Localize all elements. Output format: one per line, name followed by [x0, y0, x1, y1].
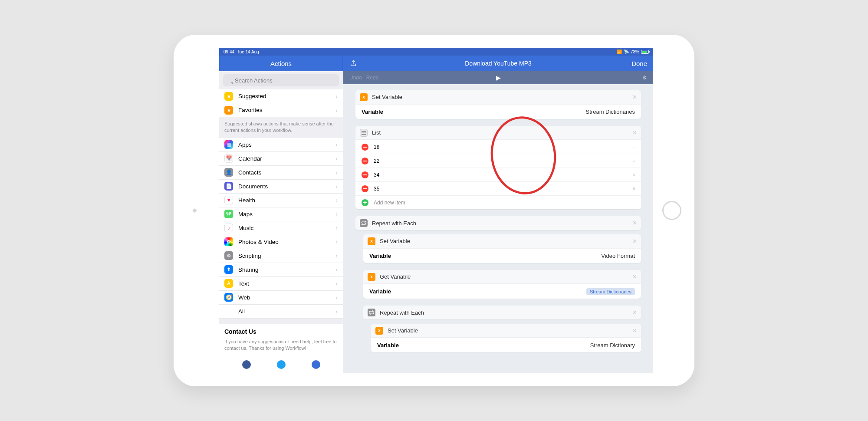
action-set-variable[interactable]: x Set Variable × Variable Stream Diction… — [371, 324, 641, 352]
chevron-right-icon: › — [335, 210, 338, 217]
list-item[interactable]: 34≡ — [355, 168, 641, 181]
close-icon[interactable]: × — [633, 129, 637, 137]
search-input[interactable] — [223, 74, 339, 86]
list-item[interactable]: 18≡ — [355, 140, 641, 154]
sidebar-item[interactable]: 🧭Web› — [219, 291, 343, 305]
sidebar-item[interactable]: 📄Documents› — [219, 180, 343, 194]
category-icon: ⬆ — [224, 265, 233, 274]
sidebar-item[interactable]: ✿Photos & Video› — [219, 235, 343, 249]
workflow-canvas[interactable]: x Set Variable × Variable Stream Diction… — [343, 84, 653, 373]
status-bar: 09:44 Tue 14 Aug 📶 📡 73% — [219, 48, 653, 56]
action-header: x Get Variable × — [363, 270, 641, 284]
category-icon: 👤 — [224, 168, 233, 177]
remove-icon[interactable] — [362, 158, 368, 164]
close-icon[interactable]: × — [633, 327, 637, 335]
param-label: Variable — [369, 253, 391, 259]
facebook-icon[interactable] — [242, 360, 251, 369]
chevron-right-icon: › — [335, 141, 338, 148]
remove-icon[interactable] — [362, 144, 368, 151]
search-row — [219, 71, 343, 89]
chevron-right-icon: › — [335, 308, 338, 315]
list-item[interactable]: 35≡ — [355, 181, 641, 195]
sidebar-item[interactable]: 👤Contacts› — [219, 166, 343, 180]
category-icon: A — [224, 279, 233, 288]
action-set-variable[interactable]: x Set Variable × Variable Stream Diction… — [355, 90, 641, 119]
undo-button[interactable]: Undo — [349, 75, 362, 81]
share-icon[interactable] — [349, 59, 357, 67]
drag-handle-icon[interactable]: ≡ — [633, 174, 635, 176]
variable-icon: x — [368, 273, 375, 281]
sidebar-item[interactable]: ⚙Scripting› — [219, 249, 343, 263]
sidebar-item-label: Music — [238, 225, 253, 231]
sidebar-item-all[interactable]: All › — [219, 305, 343, 319]
action-title: Repeat with Each — [372, 220, 416, 227]
variable-icon: x — [375, 327, 383, 335]
star-icon: ★ — [224, 106, 233, 115]
variable-token[interactable]: Stream Dictionaries — [586, 288, 635, 295]
action-param-row[interactable]: Variable Stream Dictionaries — [363, 284, 641, 299]
action-set-variable[interactable]: x Set Variable × Variable Video Format — [363, 234, 641, 263]
play-icon[interactable]: ▶ — [496, 74, 501, 81]
action-repeat[interactable]: Repeat with Each × — [363, 306, 641, 319]
param-label: Variable — [369, 288, 391, 295]
sidebar-header: Actions — [219, 56, 343, 71]
add-list-item[interactable]: Add new item — [355, 195, 641, 209]
action-list[interactable]: List × 18≡22≡34≡35≡ Add new item — [355, 126, 641, 209]
redo-button[interactable]: Redo — [366, 75, 379, 81]
list-item[interactable]: 22≡ — [355, 154, 641, 168]
sidebar-item[interactable]: ⬆Sharing› — [219, 263, 343, 277]
action-param-row[interactable]: Variable Video Format — [363, 248, 641, 263]
sidebar-item[interactable]: AText› — [219, 277, 343, 291]
action-param-row[interactable]: Variable Stream Dictionaries — [355, 104, 641, 119]
sidebar-top-list: ★ Suggested › ★ Favorites › — [219, 89, 343, 117]
done-button[interactable]: Done — [631, 60, 647, 67]
action-header: x Set Variable × — [363, 234, 641, 248]
home-button[interactable] — [662, 201, 681, 220]
param-value: Video Format — [601, 253, 635, 259]
sidebar-item-label: Suggested — [238, 93, 266, 99]
contact-us-title: Contact Us — [219, 324, 343, 337]
repeat-icon — [368, 309, 375, 316]
sidebar-item-label: Contacts — [238, 169, 261, 176]
action-title: Repeat with Each — [380, 309, 424, 316]
main-panel: Download YouTube MP3 Done Undo Redo ▶ ⚙ … — [343, 56, 653, 373]
add-item-label: Add new item — [374, 200, 405, 206]
sidebar-item-label: Text — [238, 280, 249, 287]
mail-icon[interactable] — [312, 360, 320, 369]
action-header: Repeat with Each × — [355, 216, 641, 230]
battery-percent: 73% — [631, 49, 639, 54]
star-icon: ★ — [224, 92, 233, 101]
remove-icon[interactable] — [362, 185, 368, 192]
action-get-variable[interactable]: x Get Variable × Variable Stream Diction… — [363, 270, 641, 299]
close-icon[interactable]: × — [633, 93, 637, 101]
action-param-row[interactable]: Variable Stream Dictionary — [371, 338, 641, 352]
action-repeat[interactable]: Repeat with Each × — [355, 216, 641, 230]
twitter-icon[interactable] — [277, 360, 286, 369]
sidebar-item-suggested[interactable]: ★ Suggested › — [219, 89, 343, 103]
action-title: Set Variable — [388, 327, 418, 334]
contact-us-desc: If you have any suggestions or need help… — [219, 337, 343, 357]
svg-rect-1 — [362, 132, 366, 133]
close-icon[interactable]: × — [633, 309, 637, 316]
close-icon[interactable]: × — [633, 237, 637, 245]
sidebar-item[interactable]: 📅Calendar› — [219, 152, 343, 166]
gear-icon[interactable]: ⚙ — [642, 75, 647, 81]
list-item-value: 35 — [374, 186, 379, 192]
close-icon[interactable]: × — [633, 273, 637, 281]
suggested-description: Suggested shows actions that make sense … — [219, 117, 343, 138]
close-icon[interactable]: × — [633, 219, 637, 227]
sidebar-item-label: Photos & Video — [238, 239, 279, 245]
sidebar-item[interactable]: 🗺Maps› — [219, 207, 343, 221]
remove-icon[interactable] — [362, 171, 368, 178]
sidebar-item-favorites[interactable]: ★ Favorites › — [219, 103, 343, 117]
action-header: List × — [355, 126, 641, 140]
drag-handle-icon[interactable]: ≡ — [633, 187, 635, 190]
sidebar-item[interactable]: ▦Apps› — [219, 138, 343, 152]
action-header: x Set Variable × — [355, 90, 641, 104]
drag-handle-icon[interactable]: ≡ — [633, 146, 635, 148]
drag-handle-icon[interactable]: ≡ — [633, 160, 635, 162]
status-date: Tue 14 Aug — [237, 49, 259, 54]
sidebar-item[interactable]: ♪Music› — [219, 221, 343, 235]
sidebar-item[interactable]: ♥Health› — [219, 194, 343, 207]
chevron-right-icon: › — [335, 294, 338, 301]
